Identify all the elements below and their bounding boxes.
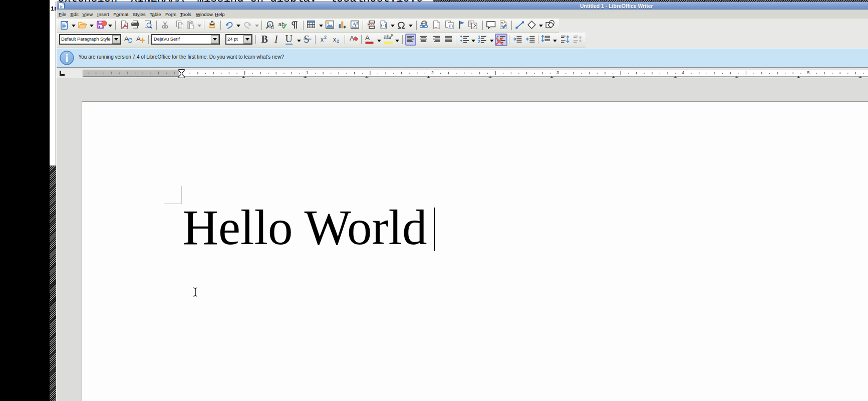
svg-text:(i): (i) [449, 24, 453, 29]
svg-text:ab: ab [278, 21, 284, 27]
svg-text:3: 3 [556, 70, 559, 75]
svg-text:A: A [352, 21, 357, 28]
svg-text:A: A [124, 35, 129, 43]
svg-text:2: 2 [478, 39, 480, 44]
svg-text:4: 4 [682, 70, 684, 75]
svg-text:1: 1 [306, 70, 309, 75]
svg-text:A: A [350, 35, 354, 42]
svg-text:1: 1 [437, 24, 439, 29]
svg-text:2: 2 [431, 70, 434, 75]
svg-text:A: A [136, 35, 141, 43]
svg-text:d: d [271, 25, 274, 30]
svg-text:5: 5 [807, 70, 809, 75]
